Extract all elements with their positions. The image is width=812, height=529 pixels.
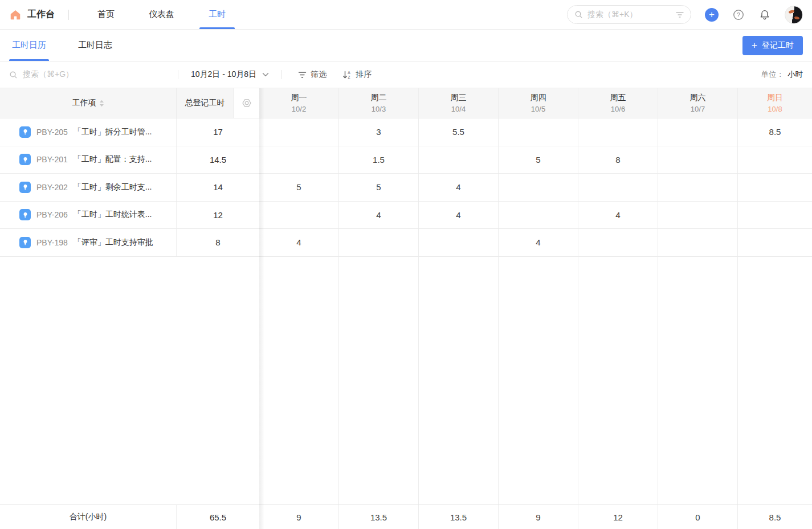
column-settings-button[interactable] [234,88,259,118]
date-range-picker[interactable]: 10月2日 - 10月8日 [186,69,274,80]
tab-timesheet-calendar[interactable]: 工时日历 [9,30,49,61]
hours-cell[interactable] [738,146,812,174]
hours-cell[interactable] [578,174,658,201]
hours-cell[interactable] [499,174,578,201]
hours-cell[interactable] [419,229,499,256]
workbench-brand[interactable]: 工作台 [9,9,55,21]
hours-cell[interactable] [658,202,738,229]
nav-item-dashboard[interactable]: 仪表盘 [140,0,183,29]
date-label: 10/6 [611,105,625,113]
register-hours-button[interactable]: + 登记工时 [742,36,803,55]
work-item-cell[interactable]: PBY-201「工时」配置：支持... [0,146,177,174]
hours-cell[interactable] [419,146,499,174]
table-empty-area [0,257,812,505]
weekday-label: 周五 [610,93,626,103]
hours-cell[interactable] [658,118,738,146]
work-item-key: PBY-206 [36,210,68,219]
user-avatar[interactable] [785,6,803,24]
footer-day-total: 13.5 [419,505,499,529]
empty-day-column [738,257,812,505]
column-sort-icon[interactable] [99,100,104,107]
hours-cell[interactable] [259,118,339,146]
hours-cell[interactable]: 8.5 [738,118,812,146]
work-item-cell[interactable]: PBY-202「工时」剩余工时支... [0,174,177,201]
work-item-cell[interactable]: PBY-206「工时」工时统计表... [0,202,177,229]
toolbar-divider [281,70,282,79]
svg-text:Z: Z [348,75,350,79]
footer-day-total: 0 [658,505,738,529]
hours-cell[interactable] [578,229,658,256]
global-search-input[interactable]: 搜索（⌘+K） [567,5,691,24]
nav-item-home[interactable]: 首页 [88,0,124,29]
work-item-icon [19,237,31,248]
hours-cell[interactable]: 5 [499,146,578,174]
empty-day-column [419,257,499,505]
work-item-cell[interactable]: PBY-198「评审」工时支持审批 [0,229,177,256]
table-rows: PBY-205「工时」拆分工时管...1735.58.5PBY-201「工时」配… [0,118,812,257]
nav-item-timesheet[interactable]: 工时 [199,0,235,29]
day-column-header-0: 周一10/2 [259,88,339,118]
hours-cell[interactable]: 4 [259,229,339,256]
hours-cell[interactable] [259,146,339,174]
svg-text:?: ? [737,11,740,18]
hours-cell[interactable]: 5 [339,174,419,201]
hours-cell[interactable] [738,174,812,201]
day-column-header-2: 周三10/4 [419,88,499,118]
hours-cell[interactable]: 4 [419,202,499,229]
day-column-header-3: 周四10/5 [499,88,578,118]
table-search-input[interactable]: 搜索（⌘+G） [9,69,170,80]
table-row: PBY-201「工时」配置：支持...14.51.558 [0,146,812,174]
work-item-icon [19,126,31,138]
date-range-label: 10月2日 - 10月8日 [191,69,256,80]
hours-cell[interactable]: 4 [339,202,419,229]
svg-text:A: A [348,71,350,75]
hours-cell[interactable] [499,202,578,229]
work-item-key: PBY-205 [36,128,68,137]
notification-icon[interactable] [758,9,771,21]
unit-value: 小时 [787,70,803,79]
work-item-icon [19,209,31,220]
day-column-headers: 周一10/2周二10/3周三10/4周四10/5周五10/6周六10/7周日10… [259,88,812,118]
work-item-key: PBY-201 [36,155,68,164]
filter-label: 筛选 [311,69,327,80]
search-filter-icon[interactable] [676,11,684,18]
hours-cell[interactable] [499,118,578,146]
table-search-placeholder: 搜索（⌘+G） [23,69,74,80]
sort-button[interactable]: AZ 排序 [342,69,372,80]
column-header-work-item[interactable]: 工作项 [0,88,177,118]
hours-cell[interactable]: 5 [259,174,339,201]
hours-cell[interactable] [578,118,658,146]
hours-cell[interactable] [738,202,812,229]
filter-button[interactable]: 筛选 [298,69,327,80]
work-item-key: PBY-202 [36,183,68,192]
row-total-hours: 14.5 [177,146,259,174]
table-footer-row: 合计(小时) 65.5 913.513.591208.5 [0,505,812,529]
weekday-label: 周二 [371,93,387,103]
work-item-title: 「工时」工时统计表... [74,210,152,220]
table-row: PBY-206「工时」工时统计表...12444 [0,202,812,229]
help-icon[interactable]: ? [732,9,745,21]
hours-cell[interactable]: 5.5 [419,118,499,146]
hours-cell[interactable]: 3 [339,118,419,146]
hours-cell[interactable]: 8 [578,146,658,174]
hours-cell[interactable] [339,229,419,256]
tab-timesheet-log[interactable]: 工时日志 [75,30,115,61]
hours-cell[interactable] [658,174,738,201]
brand-label: 工作台 [27,9,55,20]
hours-cell[interactable] [658,229,738,256]
hours-cell[interactable]: 4 [499,229,578,256]
nav-menu: 首页 仪表盘 工时 [80,0,243,29]
table-row: PBY-202「工时」剩余工时支...14554 [0,174,812,202]
hours-cell[interactable] [259,202,339,229]
hours-cell[interactable]: 4 [419,174,499,201]
toolbar-divider [178,70,178,79]
work-item-cell[interactable]: PBY-205「工时」拆分工时管... [0,118,177,146]
filter-icon [298,71,307,79]
work-item-icon [19,182,31,193]
hours-cell[interactable] [658,146,738,174]
hours-cell[interactable]: 4 [578,202,658,229]
add-icon[interactable]: + [705,8,719,22]
footer-total-label: 合计(小时) [0,505,177,529]
hours-cell[interactable]: 1.5 [339,146,419,174]
hours-cell[interactable] [738,229,812,256]
